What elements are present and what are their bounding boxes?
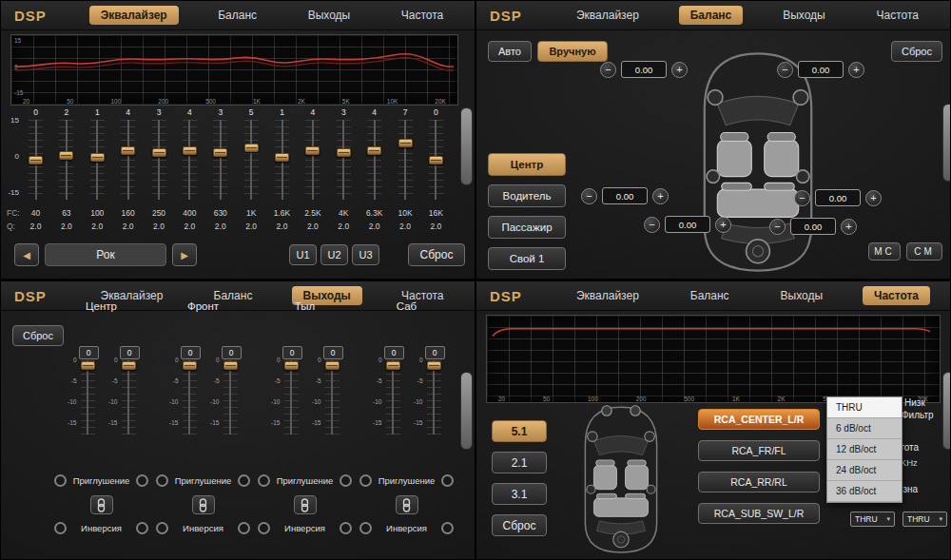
eq-band-slider[interactable] bbox=[398, 120, 413, 200]
reset-button[interactable]: Сброс bbox=[891, 41, 942, 62]
output-slider-handle[interactable] bbox=[81, 361, 95, 370]
eq-slider-handle[interactable] bbox=[244, 144, 259, 152]
rca-center-button[interactable]: RCA_CENTER_L/R bbox=[698, 409, 820, 430]
eq-slider-handle[interactable] bbox=[337, 148, 351, 157]
eq-band-slider[interactable] bbox=[275, 120, 289, 200]
output-slider-left[interactable] bbox=[386, 360, 400, 434]
output-slider-handle[interactable] bbox=[122, 361, 136, 370]
eq-band-slider[interactable] bbox=[337, 120, 351, 200]
minus-button[interactable]: − bbox=[644, 217, 660, 233]
output-slider-right[interactable] bbox=[325, 360, 340, 434]
mute-toggle-right[interactable] bbox=[238, 474, 250, 487]
minus-button[interactable]: − bbox=[794, 190, 810, 206]
dropdown-option[interactable]: 12 dB/oct bbox=[827, 439, 902, 460]
rca-rear-button[interactable]: RCA_RR/RL bbox=[698, 472, 820, 492]
eq-band-slider[interactable] bbox=[244, 120, 259, 200]
eq-slider-handle[interactable] bbox=[90, 153, 105, 162]
invert-toggle-right[interactable] bbox=[340, 522, 352, 534]
tab-outputs[interactable]: Выходы bbox=[297, 6, 362, 25]
dropdown-option[interactable]: 6 dB/oct bbox=[827, 418, 902, 439]
eq-band-slider[interactable] bbox=[305, 120, 320, 200]
eq-slider-handle[interactable] bbox=[398, 139, 413, 147]
user-preset-1-button[interactable]: U1 bbox=[289, 244, 317, 265]
tab-outputs[interactable]: Выходы bbox=[769, 286, 835, 305]
invert-toggle-right[interactable] bbox=[136, 522, 148, 534]
mode-21-button[interactable]: 2.1 bbox=[492, 452, 547, 473]
plus-button[interactable]: + bbox=[715, 217, 731, 233]
mute-toggle-left[interactable] bbox=[54, 474, 67, 487]
cm-button[interactable]: CM bbox=[906, 242, 942, 261]
output-slider-left[interactable] bbox=[183, 360, 197, 434]
mute-toggle-right[interactable] bbox=[340, 474, 352, 487]
plus-button[interactable]: + bbox=[865, 190, 882, 206]
mute-toggle-right[interactable] bbox=[441, 474, 454, 487]
eq-slider-handle[interactable] bbox=[59, 151, 73, 160]
eq-band-slider[interactable] bbox=[29, 120, 43, 200]
minus-button[interactable]: − bbox=[769, 219, 786, 235]
invert-toggle-left[interactable] bbox=[54, 522, 67, 534]
output-slider-right[interactable] bbox=[122, 360, 136, 434]
tab-equalizer[interactable]: Эквалайзер bbox=[565, 286, 650, 305]
tab-outputs[interactable]: Выходы bbox=[771, 6, 837, 25]
minus-button[interactable]: − bbox=[600, 62, 616, 78]
eq-band-slider[interactable] bbox=[429, 120, 443, 200]
output-slider-handle[interactable] bbox=[183, 361, 197, 370]
output-slider-handle[interactable] bbox=[284, 361, 299, 370]
eq-band-slider[interactable] bbox=[183, 120, 197, 200]
user-preset-3-button[interactable]: U3 bbox=[352, 244, 379, 265]
eq-slider-handle[interactable] bbox=[429, 156, 443, 164]
output-slider-handle[interactable] bbox=[325, 361, 340, 370]
link-channels-button[interactable] bbox=[396, 495, 418, 514]
invert-toggle-left[interactable] bbox=[258, 522, 270, 534]
manual-mode-button[interactable]: Вручную bbox=[537, 41, 608, 62]
eq-slider-handle[interactable] bbox=[152, 148, 166, 157]
slope-select-left[interactable]: THRU ▾ bbox=[850, 512, 895, 527]
position-custom-button[interactable]: Свой 1 bbox=[488, 247, 566, 270]
auto-mode-button[interactable]: Авто bbox=[488, 41, 532, 62]
tab-balance[interactable]: Баланс bbox=[679, 286, 741, 305]
mute-toggle-left[interactable] bbox=[359, 474, 372, 487]
reset-button[interactable]: Сброс bbox=[492, 514, 547, 536]
tab-frequency[interactable]: Частота bbox=[390, 6, 455, 25]
mc-button[interactable]: MC bbox=[868, 242, 901, 261]
eq-slider-handle[interactable] bbox=[121, 146, 135, 155]
output-slider-left[interactable] bbox=[284, 360, 299, 434]
eq-band-slider[interactable] bbox=[59, 120, 73, 200]
position-driver-button[interactable]: Водитель bbox=[488, 184, 566, 207]
link-channels-button[interactable] bbox=[90, 495, 113, 514]
eq-band-slider[interactable] bbox=[121, 120, 135, 200]
output-slider-handle[interactable] bbox=[427, 361, 441, 370]
position-passenger-button[interactable]: Пассажир bbox=[488, 216, 566, 239]
tab-balance[interactable]: Баланс bbox=[206, 6, 268, 25]
eq-slider-handle[interactable] bbox=[183, 146, 197, 155]
eq-slider-handle[interactable] bbox=[29, 156, 43, 164]
mode-31-button[interactable]: 3.1 bbox=[492, 483, 547, 505]
preset-display[interactable]: Рок bbox=[45, 243, 166, 266]
plus-button[interactable]: + bbox=[848, 62, 864, 78]
invert-toggle-left[interactable] bbox=[156, 522, 168, 534]
slope-select-right[interactable]: THRU ▾ bbox=[902, 512, 947, 527]
eq-slider-handle[interactable] bbox=[275, 153, 289, 162]
tab-equalizer[interactable]: Эквалайзер bbox=[565, 6, 650, 25]
scroll-indicator[interactable] bbox=[460, 372, 473, 450]
eq-slider-handle[interactable] bbox=[213, 148, 227, 157]
tab-frequency[interactable]: Частота bbox=[863, 286, 930, 305]
output-slider-handle[interactable] bbox=[386, 361, 400, 370]
plus-button[interactable]: + bbox=[652, 188, 669, 204]
eq-slider-handle[interactable] bbox=[305, 146, 320, 155]
output-slider-right[interactable] bbox=[223, 360, 238, 434]
output-slider-handle[interactable] bbox=[223, 361, 238, 370]
scroll-indicator[interactable] bbox=[460, 107, 473, 185]
dropdown-option[interactable]: THRU bbox=[827, 397, 902, 418]
scroll-indicator[interactable] bbox=[942, 104, 951, 182]
invert-toggle-left[interactable] bbox=[359, 522, 372, 534]
eq-band-slider[interactable] bbox=[213, 120, 227, 200]
mode-51-button[interactable]: 5.1 bbox=[492, 420, 547, 442]
dropdown-option[interactable]: 36 dB/oct bbox=[827, 481, 902, 502]
rca-sub-button[interactable]: RCA_SUB_SW_L/R bbox=[698, 503, 820, 524]
plus-button[interactable]: + bbox=[841, 219, 857, 235]
output-slider-left[interactable] bbox=[81, 360, 95, 434]
prev-preset-button[interactable]: ◀ bbox=[14, 243, 39, 266]
eq-band-slider[interactable] bbox=[152, 120, 166, 200]
scroll-indicator[interactable] bbox=[942, 372, 951, 450]
